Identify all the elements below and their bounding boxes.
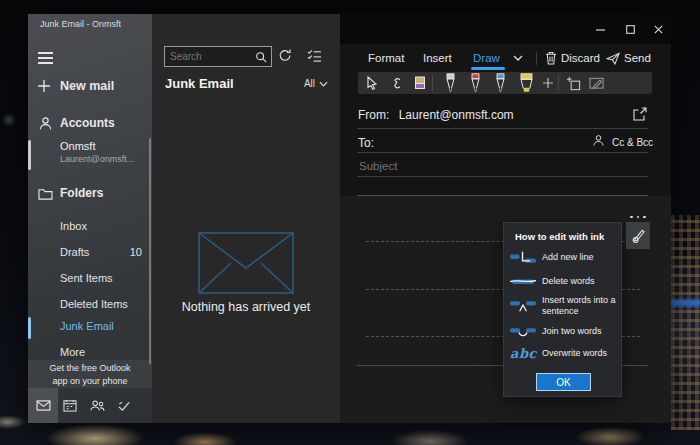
city-background: [671, 215, 700, 430]
search-icon[interactable]: [255, 51, 267, 63]
pen-red-button[interactable]: [467, 72, 484, 94]
to-underline: [357, 152, 648, 153]
empty-state-message: Nothing has arrived yet: [152, 300, 340, 314]
search-input[interactable]: [165, 51, 255, 62]
sidebar-item-sent-items[interactable]: Sent Items: [60, 269, 146, 287]
close-button[interactable]: [651, 22, 665, 36]
person-icon: [592, 134, 605, 147]
discard-label: Discard: [561, 52, 600, 64]
discard-button[interactable]: Discard: [545, 50, 600, 66]
send-label: Send: [624, 52, 651, 64]
to-input[interactable]: [384, 134, 588, 152]
tab-draw[interactable]: Draw: [473, 50, 500, 66]
selection-mode-icon: [307, 49, 322, 62]
new-mail-button[interactable]: New mail: [28, 76, 152, 100]
drawing-canvas-button[interactable]: [564, 72, 582, 94]
hamburger-button[interactable]: [38, 49, 53, 67]
ink-help-item-overwrite-words: abc Overwrite words: [510, 346, 620, 361]
trash-icon: [545, 51, 557, 65]
folders-section-header[interactable]: Folders: [28, 184, 152, 204]
app-nav-bar: [28, 388, 152, 423]
title-bar: [340, 14, 671, 44]
from-row: From: Laurent@onmsft.com: [358, 108, 514, 122]
pen-red-icon: [468, 73, 483, 94]
from-label: From:: [358, 108, 389, 122]
filter-label: All: [304, 78, 315, 89]
account-email: Laurent@onmsft...: [60, 154, 134, 164]
sidebar-item-more[interactable]: More: [60, 343, 146, 361]
search-box: [164, 46, 272, 67]
folders-heading: Folders: [60, 186, 103, 200]
pen-gray-icon: [443, 73, 458, 94]
outlook-promo[interactable]: Get the free Outlook app on your phone: [28, 360, 152, 388]
calendar-icon: [63, 399, 77, 412]
todo-check-icon: [117, 400, 131, 412]
tab-insert[interactable]: Insert: [423, 50, 452, 66]
nav-people-button[interactable]: [82, 388, 112, 423]
chevron-down-icon: [513, 55, 523, 61]
ribbon-chevron-button[interactable]: [513, 55, 523, 61]
delete-words-icon: [510, 274, 537, 289]
sidebar-scrollbar[interactable]: [149, 138, 151, 364]
sync-button[interactable]: [278, 48, 292, 62]
sidebar-item-inbox[interactable]: Inbox: [60, 217, 146, 235]
desktop: Junk Email - Onmsft New mail Accounts On…: [0, 0, 700, 445]
eraser-icon: [414, 75, 426, 91]
tab-format[interactable]: Format: [368, 50, 404, 66]
account-selected-indicator: [28, 140, 31, 170]
eraser-button[interactable]: [412, 72, 428, 94]
folder-icon: [38, 187, 53, 200]
sidebar-item-junk-email[interactable]: Junk Email: [28, 317, 152, 339]
filter-dropdown[interactable]: All: [304, 78, 328, 89]
ink-help-item-insert-words: Insert words into a sentence: [510, 295, 620, 316]
select-tool-button[interactable]: [364, 72, 380, 94]
touch-writing-button[interactable]: [388, 72, 404, 94]
highlighter-button[interactable]: [517, 72, 536, 94]
sidebar-item-deleted-items[interactable]: Deleted Items: [60, 295, 146, 313]
tab-draw-underline: [471, 67, 505, 70]
nav-calendar-button[interactable]: [55, 388, 85, 423]
ccbcc-button[interactable]: Cc & Bcc: [612, 137, 653, 148]
ok-button[interactable]: OK: [536, 373, 591, 391]
maximize-button[interactable]: [623, 22, 637, 36]
ink-help-item-join-words: Join two words: [510, 324, 620, 339]
add-new-line-icon: [510, 250, 537, 265]
nav-todo-button[interactable]: [109, 388, 139, 423]
toolbar-divider-2: [558, 75, 559, 91]
popout-icon: [632, 106, 648, 122]
open-new-window-button[interactable]: [632, 106, 648, 122]
chevron-down-icon: [319, 81, 328, 87]
body-top-rule: [357, 195, 648, 196]
add-person-button[interactable]: [592, 134, 605, 147]
accounts-section-header[interactable]: Accounts: [28, 114, 152, 134]
selection-mode-button[interactable]: [307, 49, 322, 62]
subject-input[interactable]: [357, 157, 641, 175]
city-light: [671, 299, 700, 307]
pen-blue-button[interactable]: [492, 72, 509, 94]
compose-pane: Format Insert Draw Discard Send: [340, 14, 671, 423]
minimize-button[interactable]: [594, 22, 608, 36]
promo-line-2: app on your phone: [28, 375, 152, 387]
empty-envelope-icon: [198, 232, 294, 294]
send-button[interactable]: Send: [606, 50, 651, 66]
pen-gray-button[interactable]: [442, 72, 459, 94]
ellipsis-icon: [630, 216, 633, 219]
from-value: Laurent@onmsft.com: [399, 108, 514, 122]
command-divider: [536, 52, 537, 65]
add-pen-button[interactable]: [541, 72, 555, 94]
sidebar-item-drafts[interactable]: Drafts 10: [60, 243, 146, 261]
sidebar: Junk Email - Onmsft New mail Accounts On…: [28, 14, 152, 423]
plus-icon: [36, 78, 52, 94]
toolbar-divider: [432, 75, 433, 91]
window-title: Junk Email - Onmsft: [40, 19, 121, 29]
from-underline: [357, 128, 648, 129]
account-item[interactable]: Onmsft Laurent@onmsft...: [28, 138, 152, 172]
more-options-button[interactable]: [626, 204, 646, 222]
sync-icon: [278, 48, 292, 62]
ink-help-toggle-button[interactable]: [626, 222, 650, 249]
ink-editor-toolbar-button[interactable]: [588, 72, 606, 94]
nav-mail-button[interactable]: [28, 388, 58, 423]
send-icon: [606, 52, 620, 65]
accounts-heading: Accounts: [60, 116, 115, 130]
folder-selected-indicator: [28, 317, 31, 339]
